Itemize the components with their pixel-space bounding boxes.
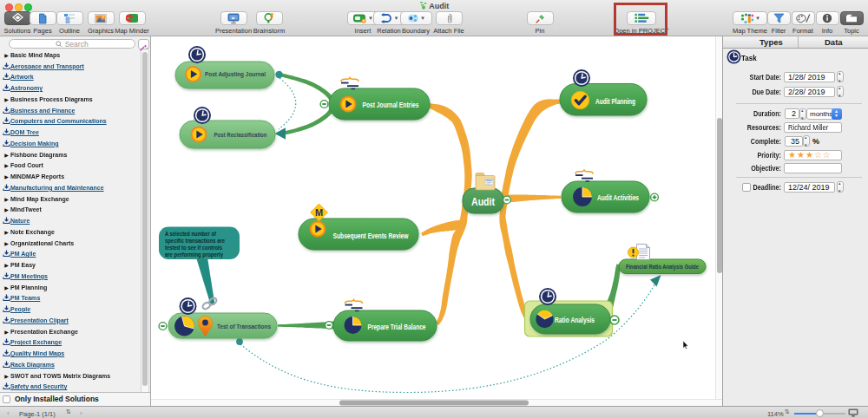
svg-text:are performing properly: are performing properly: [165, 251, 223, 258]
svg-text:Audit Planning: Audit Planning: [595, 96, 635, 106]
svg-text:Post Reclassification: Post Reclassification: [214, 131, 267, 139]
svg-text:Post Adjusting Journal: Post Adjusting Journal: [205, 70, 266, 78]
svg-text:Audit: Audit: [471, 195, 495, 208]
svg-text:Financial Ratio Analysis Guide: Financial Ratio Analysis Guide: [626, 264, 699, 271]
svg-text:Ratio Analysis: Ratio Analysis: [555, 315, 595, 324]
svg-text:Prepare Trial Balance: Prepare Trial Balance: [368, 322, 426, 331]
svg-text:M: M: [315, 207, 323, 218]
svg-text:Subsequent Events Review: Subsequent Events Review: [333, 231, 409, 240]
svg-text:Test of Transactions: Test of Transactions: [217, 323, 271, 330]
svg-text:A selected number of: A selected number of: [165, 231, 217, 237]
svg-text:Audit Activities: Audit Activities: [597, 193, 639, 202]
svg-text:Post Journal Entries: Post Journal Entries: [363, 100, 419, 109]
svg-text:specific transactions are: specific transactions are: [165, 238, 225, 245]
svg-text:tested to see if controls: tested to see if controls: [165, 245, 222, 251]
